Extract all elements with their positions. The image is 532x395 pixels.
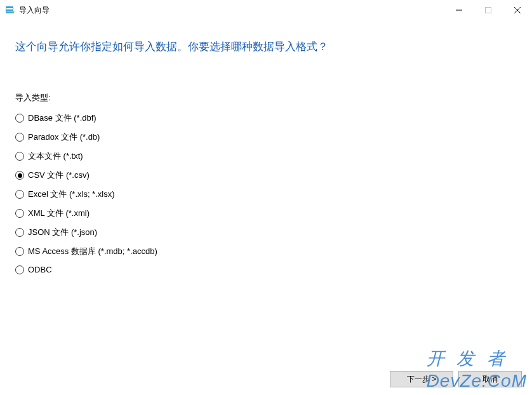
next-button[interactable]: 下一步 > [390,371,453,387]
radio-label: MS Access 数据库 (*.mdb; *.accdb) [28,246,157,257]
radio-option[interactable]: Paradox 文件 (*.db) [15,131,517,143]
radio-icon [15,190,24,199]
button-bar: 下一步 > 取消 [390,371,522,387]
radio-option[interactable]: ODBC [15,265,517,274]
radio-option[interactable]: XML 文件 (*.xml) [15,208,517,219]
radio-icon [15,152,24,161]
maximize-button [474,0,503,20]
app-icon [5,5,15,15]
svg-rect-5 [486,8,491,13]
radio-option[interactable]: CSV 文件 (*.csv) [15,170,517,181]
radio-icon [15,209,24,218]
radio-icon [15,114,24,123]
radio-label: DBase 文件 (*.dbf) [28,112,96,124]
radio-icon [15,171,24,180]
radio-label: JSON 文件 (*.json) [28,227,97,238]
radio-icon [15,228,24,237]
radio-label: XML 文件 (*.xml) [28,208,90,219]
radio-option[interactable]: DBase 文件 (*.dbf) [15,112,517,124]
window-title: 导入向导 [19,5,444,16]
radio-icon [15,265,24,274]
close-button[interactable] [503,0,532,20]
radio-option[interactable]: MS Access 数据库 (*.mdb; *.accdb) [15,246,517,257]
import-type-label: 导入类型: [15,92,517,104]
import-type-group: DBase 文件 (*.dbf)Paradox 文件 (*.db)文本文件 (*… [15,112,517,274]
radio-icon [15,133,24,142]
radio-label: Paradox 文件 (*.db) [28,131,100,143]
svg-rect-2 [6,10,13,10]
radio-label: CSV 文件 (*.csv) [28,170,90,181]
radio-option[interactable]: Excel 文件 (*.xls; *.xlsx) [15,189,517,200]
svg-rect-3 [6,11,13,11]
radio-label: Excel 文件 (*.xls; *.xlsx) [28,189,115,200]
radio-icon [15,247,24,256]
window-controls [444,0,532,20]
radio-option[interactable]: 文本文件 (*.txt) [15,151,517,162]
minimize-button[interactable] [444,0,474,20]
watermark-cn: 开 发 者 [427,349,509,368]
wizard-content: 这个向导允许你指定如何导入数据。你要选择哪种数据导入格式？ 导入类型: DBas… [0,20,532,274]
svg-rect-1 [6,8,13,9]
titlebar: 导入向导 [0,0,532,20]
radio-label: ODBC [28,265,52,274]
cancel-button[interactable]: 取消 [458,371,522,387]
wizard-heading: 这个向导允许你指定如何导入数据。你要选择哪种数据导入格式？ [15,39,517,54]
radio-option[interactable]: JSON 文件 (*.json) [15,227,517,238]
radio-label: 文本文件 (*.txt) [28,151,83,162]
